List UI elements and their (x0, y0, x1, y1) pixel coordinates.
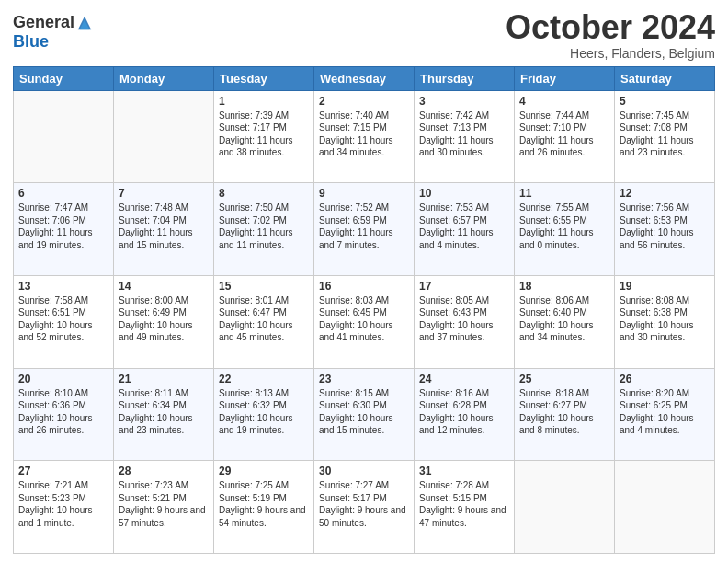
calendar-cell: 9Sunrise: 7:52 AM Sunset: 6:59 PM Daylig… (314, 183, 415, 276)
day-number: 26 (620, 373, 710, 385)
day-number: 20 (18, 373, 108, 385)
calendar-cell (615, 461, 715, 554)
day-info: Sunrise: 7:28 AM Sunset: 5:15 PM Dayligh… (419, 479, 509, 529)
calendar-cell: 21Sunrise: 8:11 AM Sunset: 6:34 PM Dayli… (114, 368, 214, 461)
day-number: 18 (519, 280, 609, 293)
day-info: Sunrise: 7:25 AM Sunset: 5:19 PM Dayligh… (219, 479, 309, 529)
day-info: Sunrise: 7:50 AM Sunset: 7:02 PM Dayligh… (219, 201, 309, 251)
calendar-cell: 7Sunrise: 7:48 AM Sunset: 7:04 PM Daylig… (114, 183, 214, 276)
month-title: October 2024 (506, 9, 715, 46)
calendar-cell: 19Sunrise: 8:08 AM Sunset: 6:38 PM Dayli… (615, 275, 715, 368)
calendar-cell: 17Sunrise: 8:05 AM Sunset: 6:43 PM Dayli… (415, 275, 515, 368)
week-row-1: 1Sunrise: 7:39 AM Sunset: 7:17 PM Daylig… (14, 90, 715, 183)
calendar-cell: 11Sunrise: 7:55 AM Sunset: 6:55 PM Dayli… (515, 183, 615, 276)
day-info: Sunrise: 7:23 AM Sunset: 5:21 PM Dayligh… (119, 479, 209, 529)
day-number: 19 (620, 280, 710, 293)
day-number: 22 (219, 373, 309, 385)
calendar-cell (114, 90, 214, 183)
calendar-cell: 25Sunrise: 8:18 AM Sunset: 6:27 PM Dayli… (515, 368, 615, 461)
col-saturday: Saturday (615, 66, 715, 90)
col-monday: Monday (114, 66, 214, 90)
day-number: 1 (219, 95, 309, 108)
day-number: 13 (18, 280, 108, 293)
day-info: Sunrise: 8:01 AM Sunset: 6:47 PM Dayligh… (219, 294, 309, 344)
day-info: Sunrise: 8:15 AM Sunset: 6:30 PM Dayligh… (319, 387, 409, 437)
day-info: Sunrise: 8:05 AM Sunset: 6:43 PM Dayligh… (419, 294, 509, 344)
day-number: 25 (519, 373, 609, 385)
calendar-cell: 26Sunrise: 8:20 AM Sunset: 6:25 PM Dayli… (615, 368, 715, 461)
week-row-4: 20Sunrise: 8:10 AM Sunset: 6:36 PM Dayli… (14, 368, 715, 461)
calendar-cell: 31Sunrise: 7:28 AM Sunset: 5:15 PM Dayli… (415, 461, 515, 554)
day-number: 15 (219, 280, 309, 293)
col-friday: Friday (515, 66, 615, 90)
calendar-cell: 12Sunrise: 7:56 AM Sunset: 6:53 PM Dayli… (615, 183, 715, 276)
day-number: 14 (119, 280, 209, 293)
day-info: Sunrise: 7:39 AM Sunset: 7:17 PM Dayligh… (219, 109, 309, 159)
day-info: Sunrise: 7:53 AM Sunset: 6:57 PM Dayligh… (419, 201, 509, 251)
day-number: 21 (119, 373, 209, 385)
day-info: Sunrise: 7:40 AM Sunset: 7:15 PM Dayligh… (319, 109, 409, 159)
calendar-header-row: Sunday Monday Tuesday Wednesday Thursday… (14, 66, 715, 90)
day-info: Sunrise: 8:13 AM Sunset: 6:32 PM Dayligh… (219, 387, 309, 437)
col-tuesday: Tuesday (214, 66, 314, 90)
title-block: October 2024 Heers, Flanders, Belgium (506, 9, 715, 61)
day-number: 29 (219, 465, 309, 477)
calendar-cell: 30Sunrise: 7:27 AM Sunset: 5:17 PM Dayli… (314, 461, 415, 554)
calendar-cell: 14Sunrise: 8:00 AM Sunset: 6:49 PM Dayli… (114, 275, 214, 368)
day-number: 17 (419, 280, 509, 293)
page: General Blue October 2024 Heers, Flander… (0, 0, 728, 563)
calendar-cell: 15Sunrise: 8:01 AM Sunset: 6:47 PM Dayli… (214, 275, 314, 368)
day-info: Sunrise: 7:27 AM Sunset: 5:17 PM Dayligh… (319, 479, 409, 529)
week-row-2: 6Sunrise: 7:47 AM Sunset: 7:06 PM Daylig… (14, 183, 715, 276)
week-row-5: 27Sunrise: 7:21 AM Sunset: 5:23 PM Dayli… (14, 461, 715, 554)
calendar-cell: 8Sunrise: 7:50 AM Sunset: 7:02 PM Daylig… (214, 183, 314, 276)
calendar-cell: 13Sunrise: 7:58 AM Sunset: 6:51 PM Dayli… (14, 275, 114, 368)
calendar-cell: 16Sunrise: 8:03 AM Sunset: 6:45 PM Dayli… (314, 275, 415, 368)
logo-blue: Blue (13, 32, 93, 52)
logo-icon (76, 15, 93, 31)
day-info: Sunrise: 7:48 AM Sunset: 7:04 PM Dayligh… (119, 201, 209, 251)
day-number: 12 (620, 187, 710, 200)
calendar-cell: 27Sunrise: 7:21 AM Sunset: 5:23 PM Dayli… (14, 461, 114, 554)
calendar-cell: 2Sunrise: 7:40 AM Sunset: 7:15 PM Daylig… (314, 90, 415, 183)
day-number: 28 (119, 465, 209, 477)
calendar-cell: 18Sunrise: 8:06 AM Sunset: 6:40 PM Dayli… (515, 275, 615, 368)
day-number: 24 (419, 373, 509, 385)
calendar-cell: 20Sunrise: 8:10 AM Sunset: 6:36 PM Dayli… (14, 368, 114, 461)
day-number: 10 (419, 187, 509, 200)
calendar-cell: 28Sunrise: 7:23 AM Sunset: 5:21 PM Dayli… (114, 461, 214, 554)
col-thursday: Thursday (415, 66, 515, 90)
col-sunday: Sunday (14, 66, 114, 90)
day-info: Sunrise: 8:00 AM Sunset: 6:49 PM Dayligh… (119, 294, 209, 344)
day-info: Sunrise: 7:21 AM Sunset: 5:23 PM Dayligh… (18, 479, 108, 529)
day-info: Sunrise: 8:03 AM Sunset: 6:45 PM Dayligh… (319, 294, 409, 344)
calendar-cell: 23Sunrise: 8:15 AM Sunset: 6:30 PM Dayli… (314, 368, 415, 461)
day-info: Sunrise: 7:47 AM Sunset: 7:06 PM Dayligh… (18, 201, 108, 251)
calendar-cell: 3Sunrise: 7:42 AM Sunset: 7:13 PM Daylig… (415, 90, 515, 183)
logo-general: General (13, 13, 74, 32)
week-row-3: 13Sunrise: 7:58 AM Sunset: 6:51 PM Dayli… (14, 275, 715, 368)
location-subtitle: Heers, Flanders, Belgium (506, 46, 715, 61)
day-number: 7 (119, 187, 209, 200)
logo: General Blue (13, 13, 93, 52)
day-info: Sunrise: 7:52 AM Sunset: 6:59 PM Dayligh… (319, 201, 409, 251)
day-info: Sunrise: 8:08 AM Sunset: 6:38 PM Dayligh… (620, 294, 710, 344)
day-number: 31 (419, 465, 509, 477)
day-number: 3 (419, 95, 509, 108)
calendar-table: Sunday Monday Tuesday Wednesday Thursday… (13, 66, 715, 554)
day-number: 8 (219, 187, 309, 200)
calendar-cell (515, 461, 615, 554)
day-info: Sunrise: 8:18 AM Sunset: 6:27 PM Dayligh… (519, 387, 609, 437)
day-info: Sunrise: 7:45 AM Sunset: 7:08 PM Dayligh… (620, 109, 710, 159)
calendar-cell: 4Sunrise: 7:44 AM Sunset: 7:10 PM Daylig… (515, 90, 615, 183)
header: General Blue October 2024 Heers, Flander… (13, 9, 715, 61)
day-info: Sunrise: 7:55 AM Sunset: 6:55 PM Dayligh… (519, 201, 609, 251)
day-number: 16 (319, 280, 409, 293)
day-number: 27 (18, 465, 108, 477)
day-number: 4 (519, 95, 609, 108)
calendar-cell (14, 90, 114, 183)
day-number: 6 (18, 187, 108, 200)
day-number: 11 (519, 187, 609, 200)
day-info: Sunrise: 8:06 AM Sunset: 6:40 PM Dayligh… (519, 294, 609, 344)
day-number: 5 (620, 95, 710, 108)
